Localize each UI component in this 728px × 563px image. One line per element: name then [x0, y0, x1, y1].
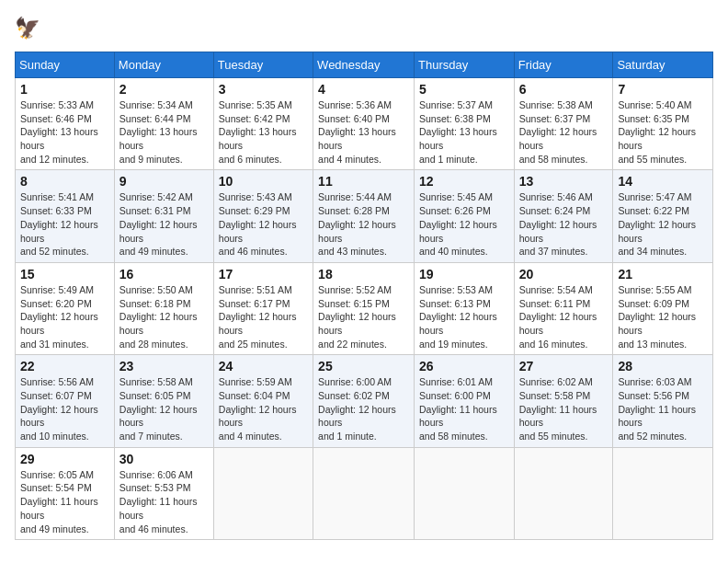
calendar-week-row: 22Sunrise: 5:56 AMSunset: 6:07 PMDayligh… — [16, 355, 713, 447]
logo-bird-icon: 🦅 — [15, 15, 44, 44]
day-number: 15 — [20, 267, 109, 282]
day-number: 9 — [119, 174, 209, 189]
day-number: 28 — [618, 359, 708, 373]
calendar-cell: 28Sunrise: 6:03 AMSunset: 5:56 PMDayligh… — [613, 355, 713, 447]
day-info: Sunrise: 5:59 AMSunset: 6:04 PMDaylight:… — [219, 375, 308, 442]
calendar-cell: 9Sunrise: 5:42 AMSunset: 6:31 PMDaylight… — [114, 170, 213, 262]
calendar-cell: 2Sunrise: 5:34 AMSunset: 6:44 PMDaylight… — [114, 78, 213, 170]
day-number: 3 — [219, 82, 308, 97]
calendar-cell: 14Sunrise: 5:47 AMSunset: 6:22 PMDayligh… — [613, 170, 713, 262]
calendar-cell: 19Sunrise: 5:53 AMSunset: 6:13 PMDayligh… — [415, 262, 515, 354]
calendar-cell: 1Sunrise: 5:33 AMSunset: 6:46 PMDaylight… — [16, 78, 115, 170]
calendar-week-row: 15Sunrise: 5:49 AMSunset: 6:20 PMDayligh… — [16, 262, 713, 354]
day-number: 21 — [618, 267, 708, 282]
day-info: Sunrise: 5:51 AMSunset: 6:17 PMDaylight:… — [219, 283, 308, 350]
svg-text:🦅: 🦅 — [15, 16, 40, 40]
day-info: Sunrise: 5:40 AMSunset: 6:35 PMDaylight:… — [618, 98, 708, 166]
logo: 🦅 — [15, 15, 48, 44]
calendar-cell — [514, 447, 613, 539]
calendar-header-wednesday: Wednesday — [313, 52, 415, 78]
calendar-cell: 10Sunrise: 5:43 AMSunset: 6:29 PMDayligh… — [213, 170, 313, 262]
page-header: 🦅 — [15, 15, 713, 44]
day-number: 16 — [119, 267, 209, 282]
day-info: Sunrise: 5:37 AMSunset: 6:38 PMDaylight:… — [419, 98, 509, 166]
calendar-header-monday: Monday — [114, 52, 213, 78]
day-info: Sunrise: 5:36 AMSunset: 6:40 PMDaylight:… — [318, 98, 409, 166]
calendar-cell: 6Sunrise: 5:38 AMSunset: 6:37 PMDaylight… — [514, 78, 613, 170]
day-number: 14 — [618, 174, 708, 189]
calendar-week-row: 1Sunrise: 5:33 AMSunset: 6:46 PMDaylight… — [16, 78, 713, 170]
day-number: 30 — [119, 452, 209, 466]
calendar-cell: 24Sunrise: 5:59 AMSunset: 6:04 PMDayligh… — [213, 355, 313, 447]
day-info: Sunrise: 5:45 AMSunset: 6:26 PMDaylight:… — [419, 190, 509, 258]
calendar-cell: 25Sunrise: 6:00 AMSunset: 6:02 PMDayligh… — [313, 355, 415, 447]
day-number: 18 — [318, 267, 409, 282]
calendar-header-thursday: Thursday — [415, 52, 515, 78]
day-info: Sunrise: 5:52 AMSunset: 6:15 PMDaylight:… — [318, 283, 409, 350]
day-info: Sunrise: 5:56 AMSunset: 6:07 PMDaylight:… — [20, 375, 109, 442]
day-number: 29 — [20, 452, 109, 466]
day-number: 11 — [318, 174, 409, 189]
day-number: 26 — [419, 359, 509, 373]
calendar-week-row: 29Sunrise: 6:05 AMSunset: 5:54 PMDayligh… — [16, 447, 713, 539]
calendar-cell: 12Sunrise: 5:45 AMSunset: 6:26 PMDayligh… — [415, 170, 515, 262]
day-info: Sunrise: 5:43 AMSunset: 6:29 PMDaylight:… — [219, 190, 308, 258]
day-info: Sunrise: 5:46 AMSunset: 6:24 PMDaylight:… — [519, 190, 609, 258]
calendar-cell: 21Sunrise: 5:55 AMSunset: 6:09 PMDayligh… — [613, 262, 713, 354]
day-info: Sunrise: 5:41 AMSunset: 6:33 PMDaylight:… — [20, 190, 109, 258]
day-number: 27 — [519, 359, 609, 373]
day-info: Sunrise: 6:00 AMSunset: 6:02 PMDaylight:… — [318, 375, 409, 442]
day-info: Sunrise: 5:47 AMSunset: 6:22 PMDaylight:… — [618, 190, 708, 258]
day-number: 22 — [20, 359, 109, 373]
calendar-cell — [313, 447, 415, 539]
day-number: 24 — [219, 359, 308, 373]
day-number: 10 — [219, 174, 308, 189]
day-info: Sunrise: 5:50 AMSunset: 6:18 PMDaylight:… — [119, 283, 209, 350]
calendar-cell: 29Sunrise: 6:05 AMSunset: 5:54 PMDayligh… — [16, 447, 115, 539]
day-number: 12 — [419, 174, 509, 189]
calendar-cell: 22Sunrise: 5:56 AMSunset: 6:07 PMDayligh… — [16, 355, 115, 447]
day-info: Sunrise: 6:05 AMSunset: 5:54 PMDaylight:… — [20, 468, 109, 535]
day-info: Sunrise: 5:44 AMSunset: 6:28 PMDaylight:… — [318, 190, 409, 258]
calendar-cell: 11Sunrise: 5:44 AMSunset: 6:28 PMDayligh… — [313, 170, 415, 262]
day-number: 23 — [119, 359, 209, 373]
day-info: Sunrise: 6:01 AMSunset: 6:00 PMDaylight:… — [419, 375, 509, 442]
day-number: 2 — [119, 82, 209, 97]
calendar-cell — [613, 447, 713, 539]
day-info: Sunrise: 5:53 AMSunset: 6:13 PMDaylight:… — [419, 283, 509, 350]
day-info: Sunrise: 6:03 AMSunset: 5:56 PMDaylight:… — [618, 375, 708, 442]
calendar-cell: 4Sunrise: 5:36 AMSunset: 6:40 PMDaylight… — [313, 78, 415, 170]
day-number: 1 — [20, 82, 109, 97]
calendar-cell: 27Sunrise: 6:02 AMSunset: 5:58 PMDayligh… — [514, 355, 613, 447]
day-number: 8 — [20, 174, 109, 189]
day-number: 7 — [618, 82, 708, 97]
calendar-cell: 16Sunrise: 5:50 AMSunset: 6:18 PMDayligh… — [114, 262, 213, 354]
calendar-table: SundayMondayTuesdayWednesdayThursdayFrid… — [15, 52, 713, 540]
day-number: 6 — [519, 82, 609, 97]
calendar-cell: 5Sunrise: 5:37 AMSunset: 6:38 PMDaylight… — [415, 78, 515, 170]
calendar-cell: 13Sunrise: 5:46 AMSunset: 6:24 PMDayligh… — [514, 170, 613, 262]
calendar-cell — [213, 447, 313, 539]
day-info: Sunrise: 5:54 AMSunset: 6:11 PMDaylight:… — [519, 283, 609, 350]
day-number: 25 — [318, 359, 409, 373]
day-info: Sunrise: 5:55 AMSunset: 6:09 PMDaylight:… — [618, 283, 708, 350]
day-number: 13 — [519, 174, 609, 189]
day-number: 4 — [318, 82, 409, 97]
calendar-cell: 18Sunrise: 5:52 AMSunset: 6:15 PMDayligh… — [313, 262, 415, 354]
day-number: 5 — [419, 82, 509, 97]
calendar-header-tuesday: Tuesday — [213, 52, 313, 78]
day-info: Sunrise: 5:58 AMSunset: 6:05 PMDaylight:… — [119, 375, 209, 442]
calendar-cell: 3Sunrise: 5:35 AMSunset: 6:42 PMDaylight… — [213, 78, 313, 170]
calendar-cell: 17Sunrise: 5:51 AMSunset: 6:17 PMDayligh… — [213, 262, 313, 354]
calendar-header-row: SundayMondayTuesdayWednesdayThursdayFrid… — [16, 52, 713, 78]
day-number: 17 — [219, 267, 308, 282]
calendar-week-row: 8Sunrise: 5:41 AMSunset: 6:33 PMDaylight… — [16, 170, 713, 262]
calendar-header-saturday: Saturday — [613, 52, 713, 78]
day-info: Sunrise: 6:06 AMSunset: 5:53 PMDaylight:… — [119, 468, 209, 535]
day-info: Sunrise: 5:42 AMSunset: 6:31 PMDaylight:… — [119, 190, 209, 258]
day-number: 20 — [519, 267, 609, 282]
day-info: Sunrise: 5:35 AMSunset: 6:42 PMDaylight:… — [219, 98, 308, 166]
day-info: Sunrise: 5:34 AMSunset: 6:44 PMDaylight:… — [119, 98, 209, 166]
day-number: 19 — [419, 267, 509, 282]
day-info: Sunrise: 5:38 AMSunset: 6:37 PMDaylight:… — [519, 98, 609, 166]
